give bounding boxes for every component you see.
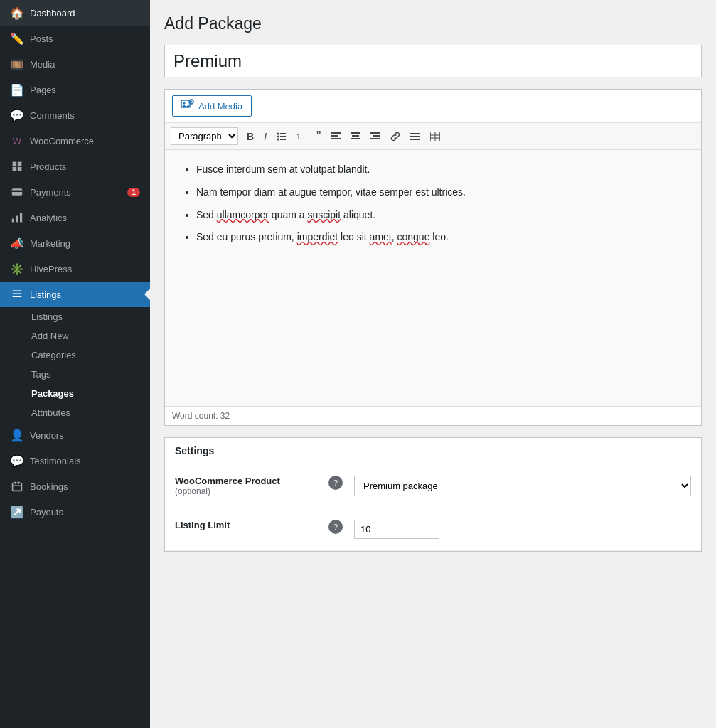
- svg-rect-39: [375, 141, 380, 141]
- svg-rect-41: [410, 133, 420, 134]
- list-item-4: Sed eu purus pretium, imperdiet leo sit …: [196, 229, 684, 246]
- svg-rect-1: [18, 162, 22, 166]
- sidebar-item-label: HivePress: [30, 264, 140, 274]
- editor-body[interactable]: Fusce interdum sem at volutpat blandit. …: [165, 150, 701, 406]
- horizontal-rule-button[interactable]: [406, 129, 424, 144]
- sidebar-item-testimonials[interactable]: 💬 Testimonials: [0, 448, 150, 473]
- sidebar-item-label: Pages: [30, 85, 140, 95]
- sidebar-item-label: Vendors: [30, 430, 140, 441]
- sidebar-item-products[interactable]: Products: [0, 154, 150, 179]
- woocommerce-product-help[interactable]: ?: [328, 476, 343, 490]
- woocommerce-product-sublabel: (optional): [175, 486, 317, 496]
- svg-point-25: [277, 138, 279, 140]
- align-left-button[interactable]: [326, 129, 345, 144]
- svg-rect-14: [18, 482, 20, 484]
- svg-rect-6: [12, 219, 14, 223]
- submenu-item-attributes[interactable]: Attributes: [0, 403, 150, 422]
- word-count-label: Word count: 32: [172, 411, 230, 421]
- sidebar: 🏠 Dashboard ✏️ Posts 🎞️ Media 📄 Pages 💬 …: [0, 0, 150, 728]
- svg-rect-13: [15, 482, 16, 484]
- sidebar-item-marketing[interactable]: 📣 Marketing: [0, 230, 150, 256]
- spell-word-congue: congue: [397, 231, 430, 242]
- sidebar-item-comments[interactable]: 💬 Comments: [0, 102, 150, 128]
- link-button[interactable]: [386, 129, 405, 144]
- bold-button[interactable]: B: [242, 128, 258, 145]
- word-count-bar: Word count: 32: [165, 406, 701, 425]
- italic-button[interactable]: I: [260, 128, 271, 145]
- svg-rect-42: [410, 139, 420, 140]
- comments-icon: 💬: [10, 108, 24, 122]
- svg-rect-32: [351, 132, 360, 134]
- svg-text:1.: 1.: [296, 133, 302, 141]
- sidebar-item-payouts[interactable]: ↗️ Payouts: [0, 499, 150, 525]
- sidebar-item-media[interactable]: 🎞️ Media: [0, 51, 150, 77]
- settings-row-woocommerce-product: WooCommerce Product (optional) ? Premium…: [165, 464, 701, 508]
- submenu-item-tags[interactable]: Tags: [0, 365, 150, 384]
- settings-section: Settings WooCommerce Product (optional) …: [164, 437, 702, 552]
- list-item-2: Nam tempor diam at augue tempor, vitae s…: [196, 184, 684, 201]
- sidebar-item-label: Analytics: [30, 213, 140, 223]
- analytics-icon: [10, 210, 24, 225]
- svg-rect-8: [20, 213, 22, 223]
- submenu-item-listings[interactable]: Listings: [0, 307, 150, 326]
- sidebar-item-bookings[interactable]: Bookings: [0, 473, 150, 499]
- svg-point-23: [277, 135, 279, 137]
- svg-rect-9: [13, 290, 22, 291]
- submenu-item-add-new[interactable]: Add New: [0, 326, 150, 346]
- sidebar-item-label: Dashboard: [30, 8, 140, 18]
- media-icon: 🎞️: [10, 57, 24, 71]
- sidebar-item-posts[interactable]: ✏️ Posts: [0, 26, 150, 51]
- add-media-icon: [181, 99, 194, 113]
- add-media-button[interactable]: Add Media: [172, 95, 252, 117]
- align-right-button[interactable]: [366, 129, 385, 144]
- dashboard-icon: 🏠: [10, 6, 24, 20]
- submenu-item-packages[interactable]: Packages: [0, 384, 150, 403]
- table-button[interactable]: [426, 129, 444, 144]
- paragraph-select[interactable]: Paragraph: [171, 127, 238, 145]
- main-content: Add Package Add Media: [150, 0, 716, 728]
- svg-rect-33: [352, 135, 359, 136]
- svg-rect-2: [13, 167, 17, 171]
- sidebar-item-vendors[interactable]: 👤 Vendors: [0, 422, 150, 448]
- sidebar-item-label: Listings: [30, 289, 140, 300]
- woocommerce-product-select[interactable]: Premium package: [354, 476, 691, 496]
- svg-rect-40: [410, 136, 420, 137]
- page-title: Add Package: [164, 14, 702, 33]
- sidebar-item-label: Products: [30, 161, 140, 172]
- sidebar-item-listings[interactable]: Listings: [0, 282, 150, 307]
- woocommerce-product-label: WooCommerce Product: [175, 476, 317, 486]
- editor-toolbar: Paragraph B I 1. ": [165, 123, 701, 150]
- listing-limit-input[interactable]: [354, 520, 439, 539]
- sidebar-item-label: Payouts: [30, 507, 140, 518]
- svg-point-17: [183, 102, 186, 105]
- sidebar-item-pages[interactable]: 📄 Pages: [0, 77, 150, 102]
- svg-rect-7: [16, 216, 18, 223]
- sidebar-item-label: Comments: [30, 110, 140, 121]
- spell-word-suscipit: suscipit: [307, 209, 341, 220]
- blockquote-button[interactable]: ": [312, 126, 325, 146]
- sidebar-item-woocommerce[interactable]: W WooCommerce: [0, 128, 150, 154]
- sidebar-item-dashboard[interactable]: 🏠 Dashboard: [0, 0, 150, 26]
- unordered-list-button[interactable]: [272, 129, 291, 144]
- sidebar-item-payments[interactable]: Payments 1: [0, 179, 150, 205]
- svg-rect-37: [373, 135, 380, 136]
- sidebar-item-label: Testimonials: [30, 456, 140, 466]
- sidebar-item-label: Media: [30, 59, 140, 70]
- listing-limit-help[interactable]: ?: [328, 520, 343, 534]
- sidebar-item-hivepress[interactable]: ✳️ HivePress: [0, 256, 150, 282]
- marketing-icon: 📣: [10, 236, 24, 250]
- svg-rect-5: [12, 191, 22, 192]
- align-center-button[interactable]: [346, 129, 365, 144]
- settings-row-listing-limit: Listing Limit ?: [165, 508, 701, 551]
- woocommerce-icon: W: [10, 134, 24, 148]
- title-input[interactable]: [164, 45, 702, 77]
- settings-header: Settings: [165, 438, 701, 464]
- svg-rect-3: [18, 167, 22, 171]
- sidebar-item-analytics[interactable]: Analytics: [0, 205, 150, 230]
- svg-rect-36: [370, 132, 380, 134]
- payouts-icon: ↗️: [10, 505, 24, 519]
- svg-rect-26: [280, 139, 286, 140]
- ordered-list-button[interactable]: 1.: [292, 129, 311, 144]
- svg-rect-35: [353, 141, 358, 141]
- submenu-item-categories[interactable]: Categories: [0, 346, 150, 365]
